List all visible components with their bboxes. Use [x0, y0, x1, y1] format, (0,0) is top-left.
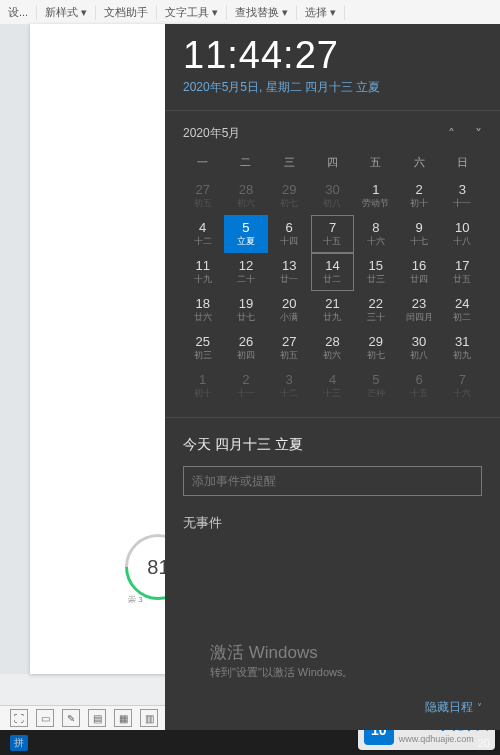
edit-icon[interactable]: ✎: [62, 709, 80, 727]
activate-sub: 转到"设置"以激活 Windows。: [210, 665, 482, 680]
day-lunar: 立夏: [237, 235, 255, 247]
toolbar-item-findreplace[interactable]: 查找替换 ▾: [227, 5, 297, 20]
calendar-day[interactable]: 30初八: [311, 177, 354, 215]
calendar-day[interactable]: 1初十: [181, 367, 224, 405]
calendar-day[interactable]: 2十一: [224, 367, 267, 405]
toolbar-item-select[interactable]: 选择 ▾: [297, 5, 345, 20]
month-label[interactable]: 2020年5月: [183, 125, 240, 142]
layout1-icon[interactable]: ▤: [88, 709, 106, 727]
calendar-day[interactable]: 6十四: [268, 215, 311, 253]
toolbar-item-newstyle[interactable]: 新样式 ▾: [37, 5, 96, 20]
day-lunar: 二十: [237, 273, 255, 285]
calendar-day[interactable]: 6十五: [397, 367, 440, 405]
calendar-day[interactable]: 8十六: [354, 215, 397, 253]
day-lunar: 初五: [280, 349, 298, 361]
calendar-day[interactable]: 7十五: [311, 215, 354, 253]
toolbar-item-texttools[interactable]: 文字工具 ▾: [157, 5, 227, 20]
weekday-header: 二: [224, 152, 267, 173]
calendar-day[interactable]: 4十三: [311, 367, 354, 405]
day-lunar: 十六: [367, 235, 385, 247]
calendar-day[interactable]: 16廿四: [397, 253, 440, 291]
calendar-day[interactable]: 9十七: [397, 215, 440, 253]
calendar-day[interactable]: 10十八: [441, 215, 484, 253]
day-number: 22: [369, 297, 383, 311]
add-event-input[interactable]: [183, 466, 482, 496]
day-lunar: 十一: [237, 387, 255, 399]
calendar-day[interactable]: 1劳动节: [354, 177, 397, 215]
calendar-day[interactable]: 2初十: [397, 177, 440, 215]
calendar-day[interactable]: 12二十: [224, 253, 267, 291]
day-lunar: 十四: [280, 235, 298, 247]
day-lunar: 小满: [280, 311, 298, 323]
day-number: 29: [282, 183, 296, 197]
toolbar-item-dochelper[interactable]: 文档助手: [96, 5, 157, 20]
month-next-button[interactable]: ˅: [475, 126, 482, 142]
calendar-day[interactable]: 31初九: [441, 329, 484, 367]
calendar-day[interactable]: 14廿二: [311, 253, 354, 291]
calendar-day[interactable]: 3十一: [441, 177, 484, 215]
calendar-day[interactable]: 24初二: [441, 291, 484, 329]
toolbar-item[interactable]: 设...: [0, 5, 37, 20]
day-lunar: 廿四: [410, 273, 428, 285]
day-lunar: 初十: [194, 387, 212, 399]
day-lunar: 廿三: [367, 273, 385, 285]
brush-icon[interactable]: ▥: [140, 709, 158, 727]
calendar-day[interactable]: 5芒种: [354, 367, 397, 405]
day-lunar: 初六: [237, 197, 255, 209]
calendar-day[interactable]: 25初三: [181, 329, 224, 367]
day-number: 4: [329, 373, 336, 387]
hide-agenda-button[interactable]: 隐藏日程 ˅: [425, 699, 482, 716]
chevron-down-icon: ˅: [477, 702, 482, 713]
calendar-day[interactable]: 19廿七: [224, 291, 267, 329]
calendar-day[interactable]: 29初七: [268, 177, 311, 215]
day-lunar: 初五: [194, 197, 212, 209]
calendar-day[interactable]: 4十二: [181, 215, 224, 253]
calendar-day[interactable]: 23闰四月: [397, 291, 440, 329]
day-number: 7: [329, 221, 336, 235]
day-number: 27: [195, 183, 209, 197]
calendar-day[interactable]: 7十六: [441, 367, 484, 405]
calendar-day[interactable]: 27初五: [181, 177, 224, 215]
calendar-day[interactable]: 21廿九: [311, 291, 354, 329]
month-prev-button[interactable]: ˄: [448, 126, 455, 142]
day-number: 2: [415, 183, 422, 197]
day-number: 29: [369, 335, 383, 349]
calendar-day[interactable]: 11十九: [181, 253, 224, 291]
day-lunar: 十八: [453, 235, 471, 247]
calendar-day[interactable]: 27初五: [268, 329, 311, 367]
day-number: 26: [239, 335, 253, 349]
divider: [165, 417, 500, 418]
calendar-day[interactable]: 17廿五: [441, 253, 484, 291]
day-number: 30: [412, 335, 426, 349]
divider: [165, 110, 500, 111]
calendar-day[interactable]: 30初八: [397, 329, 440, 367]
day-lunar: 初八: [410, 349, 428, 361]
calendar-flyout: 11:44:27 2020年5月5日, 星期二 四月十三 立夏 2020年5月 …: [165, 24, 500, 730]
watermark-url: www.qdhuajie.com: [399, 734, 489, 744]
day-lunar: 十二: [194, 235, 212, 247]
day-lunar: 廿五: [453, 273, 471, 285]
readmode-icon[interactable]: ▭: [36, 709, 54, 727]
layout2-icon[interactable]: ▦: [114, 709, 132, 727]
score-sub: 崇 3: [128, 594, 143, 605]
date-line[interactable]: 2020年5月5日, 星期二 四月十三 立夏: [183, 79, 482, 96]
calendar-day[interactable]: 3十二: [268, 367, 311, 405]
day-lunar: 初七: [280, 197, 298, 209]
activate-windows-notice: 激活 Windows 转到"设置"以激活 Windows。: [165, 641, 500, 680]
day-lunar: 廿七: [237, 311, 255, 323]
calendar-day[interactable]: 15廿三: [354, 253, 397, 291]
calendar-day[interactable]: 28初六: [224, 177, 267, 215]
calendar-day[interactable]: 5立夏: [224, 215, 267, 253]
calendar-day[interactable]: 22三十: [354, 291, 397, 329]
calendar-day[interactable]: 20小满: [268, 291, 311, 329]
calendar-day[interactable]: 18廿六: [181, 291, 224, 329]
calendar-day[interactable]: 26初四: [224, 329, 267, 367]
calendar-day[interactable]: 13廿一: [268, 253, 311, 291]
calendar-day[interactable]: 29初七: [354, 329, 397, 367]
day-number: 4: [199, 221, 206, 235]
day-lunar: 廿九: [323, 311, 341, 323]
day-number: 20: [282, 297, 296, 311]
fullscreen-icon[interactable]: ⛶: [10, 709, 28, 727]
ime-indicator[interactable]: 拼: [10, 735, 28, 751]
calendar-day[interactable]: 28初六: [311, 329, 354, 367]
